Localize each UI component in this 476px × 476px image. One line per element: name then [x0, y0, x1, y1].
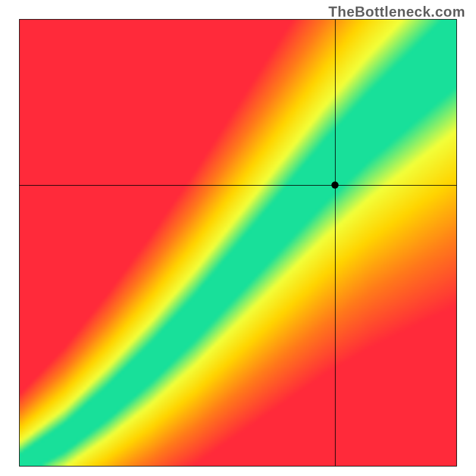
heatmap-canvas [20, 20, 456, 466]
selected-point [331, 181, 339, 189]
crosshair-horizontal [20, 185, 456, 186]
crosshair-vertical [335, 20, 336, 466]
watermark-text: TheBottleneck.com [328, 4, 465, 20]
heatmap-plot [19, 19, 457, 466]
